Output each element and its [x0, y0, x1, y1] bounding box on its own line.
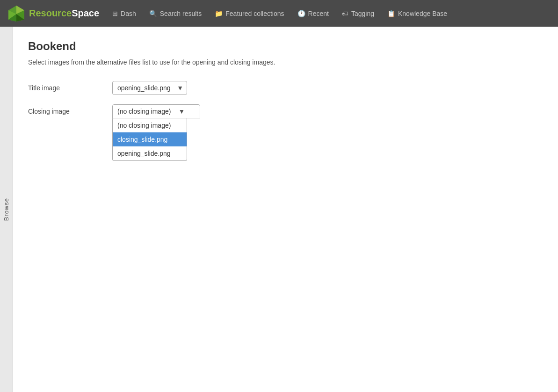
browse-sidebar[interactable]: Browse	[0, 27, 13, 164]
closing-image-label: Closing image	[28, 108, 112, 115]
title-image-label: Title image	[28, 84, 112, 92]
nav-item-recent[interactable]: 🕐 Recent	[292, 6, 334, 21]
closing-image-row: Closing image (no closing image) ▼ (no c…	[28, 104, 543, 118]
tag-icon: 🏷	[342, 10, 348, 17]
title-image-select-wrapper: opening_slide.png ▼	[112, 81, 187, 95]
page-description: Select images from the alternative files…	[28, 58, 543, 66]
logo[interactable]: ResourceSpace	[7, 5, 99, 22]
nav-item-tagging[interactable]: 🏷 Tagging	[336, 6, 380, 21]
dropdown-option-closing-slide[interactable]: closing_slide.png	[113, 132, 187, 146]
folder-icon: 📁	[215, 10, 223, 17]
nav-item-dash[interactable]: ⊞ Dash	[107, 6, 142, 21]
closing-image-chevron-icon: ▼	[178, 108, 185, 115]
title-image-row: Title image opening_slide.png ▼	[28, 81, 543, 95]
dropdown-option-opening-slide[interactable]: opening_slide.png	[113, 146, 187, 160]
closing-image-display[interactable]: (no closing image) ▼	[112, 104, 200, 118]
title-image-select[interactable]: opening_slide.png	[112, 81, 187, 95]
dropdown-option-no-closing[interactable]: (no closing image)	[113, 118, 187, 132]
book-icon: 📋	[387, 10, 395, 17]
closing-image-dropdown-container: (no closing image) ▼ (no closing image) …	[112, 104, 200, 118]
closing-image-dropdown-list: (no closing image) closing_slide.png ope…	[112, 118, 187, 161]
dash-icon: ⊞	[112, 10, 118, 17]
nav-items: ⊞ Dash 🔍 Search results 📁 Featured colle…	[107, 6, 551, 21]
page-title: Bookend	[28, 40, 543, 53]
nav-item-knowledge-base[interactable]: 📋 Knowledge Base	[382, 6, 453, 21]
nav-item-search-results[interactable]: 🔍 Search results	[144, 6, 207, 21]
navigation: ResourceSpace ⊞ Dash 🔍 Search results 📁 …	[0, 0, 558, 27]
main-content: Bookend Select images from the alternati…	[13, 27, 558, 164]
closing-image-value: (no closing image)	[117, 108, 171, 115]
logo-text: ResourceSpace	[29, 8, 99, 19]
nav-item-featured-collections[interactable]: 📁 Featured collections	[209, 6, 290, 21]
clock-icon: 🕐	[297, 10, 305, 17]
search-icon: 🔍	[149, 10, 157, 17]
